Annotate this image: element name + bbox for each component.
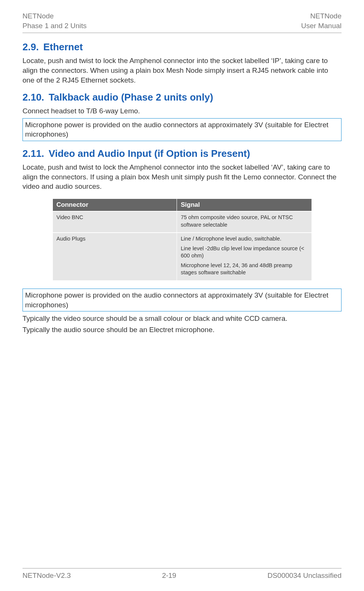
body-audio-typical: Typically the audio source should be an … <box>22 325 342 335</box>
heading-video-audio: 2.11.Video and Audio Input (if Option is… <box>22 148 342 159</box>
body-video-audio: Locate, push and twist to lock the Amphe… <box>22 162 342 191</box>
header-left: NETNode Phase 1 and 2 Units <box>22 11 87 30</box>
heading-num: 2.9. <box>22 41 39 53</box>
signal-text: 75 ohm composite video source, PAL or NT… <box>181 214 307 229</box>
heading-title: Video and Audio Input (if Option is Pres… <box>49 148 250 159</box>
cell-signal: Line / Microphone level audio, switchabl… <box>177 233 312 280</box>
heading-num: 2.11. <box>22 148 44 159</box>
heading-title: Talkback audio (Phase 2 units only) <box>49 92 213 103</box>
table-header-connector: Connector <box>53 199 177 211</box>
table-header-row: Connector Signal <box>53 199 312 211</box>
signal-text: Line level -2dBu clip level low impedanc… <box>181 245 307 260</box>
header-right: NETNode User Manual <box>301 11 342 30</box>
heading-num: 2.10. <box>22 92 44 103</box>
signal-text: Line / Microphone level audio, switchabl… <box>181 235 307 243</box>
page-footer: NETNode-V2.3 2-19 DS000034 Unclassified <box>22 568 342 580</box>
header-product: NETNode <box>22 11 87 21</box>
signal-text: Microphone level 12, 24, 36 and 48dB pre… <box>181 262 307 277</box>
header-doc-type: User Manual <box>301 21 342 31</box>
note-box-av: Microphone power is provided on the audi… <box>22 289 342 311</box>
heading-title: Ethernet <box>43 41 82 53</box>
cell-connector: Video BNC <box>53 211 177 233</box>
table-header-signal: Signal <box>177 199 312 211</box>
table-row: Audio Plugs Line / Microphone level audi… <box>53 233 312 280</box>
connector-table: Connector Signal Video BNC 75 ohm compos… <box>53 199 312 280</box>
note-text: Microphone power is provided on the audi… <box>25 290 339 310</box>
heading-talkback: 2.10.Talkback audio (Phase 2 units only) <box>22 92 342 103</box>
header-subtitle: Phase 1 and 2 Units <box>22 21 87 31</box>
note-box-talkback: Microphone power is provided on the audi… <box>22 118 342 141</box>
cell-connector: Audio Plugs <box>53 233 177 280</box>
cell-signal: 75 ohm composite video source, PAL or NT… <box>177 211 312 233</box>
footer-classification: DS000034 Unclassified <box>267 571 342 580</box>
body-ethernet: Locate, push and twist to lock the Amphe… <box>22 56 342 85</box>
page-header: NETNode Phase 1 and 2 Units NETNode User… <box>22 11 342 33</box>
footer-version: NETNode-V2.3 <box>22 571 71 580</box>
note-text: Microphone power is provided on the audi… <box>25 120 339 139</box>
table-row: Video BNC 75 ohm composite video source,… <box>53 211 312 233</box>
header-product-right: NETNode <box>301 11 342 21</box>
heading-ethernet: 2.9.Ethernet <box>22 41 342 53</box>
body-video-typical: Typically the video source should be a s… <box>22 314 342 323</box>
body-talkback: Connect headset to T/B 6-way Lemo. <box>22 106 342 116</box>
footer-page-number: 2-19 <box>162 571 176 580</box>
